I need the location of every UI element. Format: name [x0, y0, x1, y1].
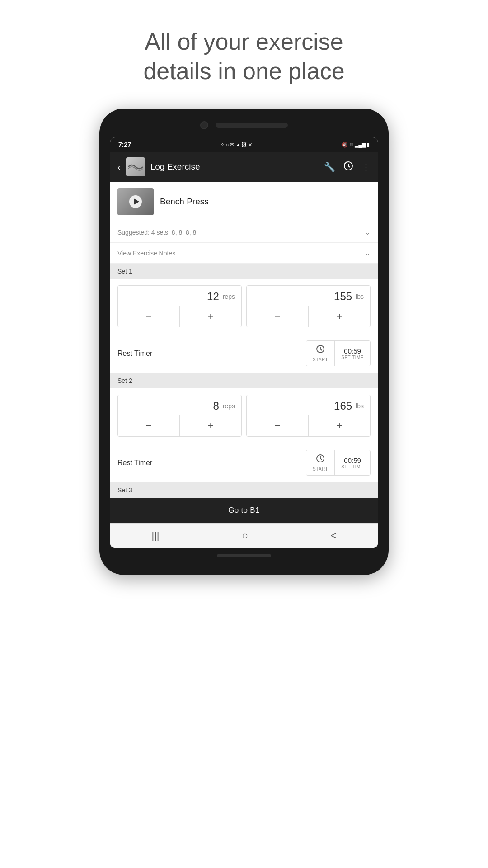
- timer1-start-label: START: [313, 357, 328, 362]
- set2-weight-controls: − +: [247, 415, 370, 436]
- set1-reps-value-row: 12 reps: [118, 286, 241, 306]
- set2-weight-minus[interactable]: −: [247, 415, 308, 436]
- set1-weight-unit: lbs: [356, 293, 364, 300]
- set1-weight-group: 155 lbs − +: [246, 285, 371, 327]
- nav-home-icon[interactable]: ○: [242, 530, 248, 542]
- set2-weight-value: 165: [334, 400, 352, 412]
- set2-weight-plus[interactable]: +: [309, 415, 370, 436]
- back-button[interactable]: ‹: [117, 162, 121, 172]
- goto-b1-button[interactable]: Go to B1: [110, 498, 378, 523]
- set2-reps-controls: − +: [118, 415, 241, 436]
- set2-weight-unit: lbs: [356, 402, 364, 410]
- timer1-start-btn[interactable]: START: [306, 341, 335, 366]
- play-button[interactable]: [129, 195, 142, 208]
- rest-timer2-row: Rest Timer START 00:59 SET TIME: [110, 443, 378, 482]
- rest-timer2-label: Rest Timer: [117, 459, 152, 467]
- set1-weight-minus[interactable]: −: [247, 306, 308, 327]
- exercise-header: Bench Press: [110, 182, 378, 222]
- timer2-set-time-label: SET TIME: [341, 464, 364, 469]
- set1-reps-group: 12 reps − +: [117, 285, 242, 327]
- timer2-start-btn[interactable]: START: [306, 450, 335, 475]
- timer2-start-label: START: [313, 467, 328, 472]
- status-right-icons: 🔇 ≋ ▂▄▆ ▮: [342, 142, 370, 148]
- phone-camera: [200, 121, 208, 129]
- wrench-icon[interactable]: 🔧: [324, 161, 335, 172]
- set2-reps-group: 8 reps − +: [117, 395, 242, 437]
- timer1-set-time[interactable]: 00:59 SET TIME: [335, 341, 370, 366]
- timer2-set-time[interactable]: 00:59 SET TIME: [335, 450, 370, 475]
- set1-reps-controls: − +: [118, 306, 241, 327]
- set2-weight-value-row: 165 lbs: [247, 395, 370, 415]
- set1-weight-plus[interactable]: +: [309, 306, 370, 327]
- timer2-controls: START 00:59 SET TIME: [306, 450, 371, 476]
- app-bar-icons: 🔧 ⋮: [324, 161, 371, 173]
- set2-reps-unit: reps: [223, 402, 235, 410]
- suggested-text: Suggested: 4 sets: 8, 8, 8, 8: [117, 229, 196, 236]
- set2-reps-minus[interactable]: −: [118, 415, 179, 436]
- app-bar: ‹ Log Exercise 🔧: [110, 152, 378, 182]
- status-time: 7:27: [118, 141, 131, 148]
- view-notes-row[interactable]: View Exercise Notes ⌄: [110, 243, 378, 264]
- status-bar: 7:27 ⁘ ○ ✉ ▲ 🖼 ✕ 🔇 ≋ ▂▄▆ ▮: [110, 137, 378, 152]
- timer2-time-value: 00:59: [344, 457, 361, 464]
- phone-bottom-indicator: [217, 554, 271, 557]
- rest-timer1-row: Rest Timer START 00:59 SET TIME: [110, 334, 378, 373]
- exercise-name: Bench Press: [160, 197, 209, 207]
- phone-screen: 7:27 ⁘ ○ ✉ ▲ 🖼 ✕ 🔇 ≋ ▂▄▆ ▮ ‹ Log Exercis…: [110, 137, 378, 548]
- history-icon[interactable]: [343, 161, 353, 173]
- app-title: Log Exercise: [150, 162, 319, 172]
- timer1-set-time-label: SET TIME: [341, 355, 364, 360]
- exercise-thumbnail[interactable]: [117, 188, 154, 215]
- status-icons: ⁘ ○ ✉ ▲ 🖼 ✕: [221, 142, 253, 148]
- set2-reps-plus[interactable]: +: [180, 415, 241, 436]
- set2-weight-group: 165 lbs − +: [246, 395, 371, 437]
- set1-content: 12 reps − + 155 lbs: [110, 279, 378, 334]
- nav-bar: ||| ○ <: [110, 523, 378, 548]
- more-icon[interactable]: ⋮: [361, 161, 371, 172]
- set3-header: Set 3: [110, 482, 378, 498]
- set2-reps-value-row: 8 reps: [118, 395, 241, 415]
- phone-speaker: [216, 123, 288, 128]
- set1-weight-controls: − +: [247, 306, 370, 327]
- set1-header: Set 1: [110, 264, 378, 279]
- set2-header: Set 2: [110, 373, 378, 388]
- notes-chevron: ⌄: [365, 249, 371, 257]
- nav-back-icon[interactable]: <: [331, 530, 337, 542]
- set2-reps-value: 8: [213, 400, 219, 412]
- view-notes-text: View Exercise Notes: [117, 250, 175, 257]
- suggested-row[interactable]: Suggested: 4 sets: 8, 8, 8, 8 ⌄: [110, 222, 378, 243]
- set1-weight-value: 155: [334, 290, 352, 303]
- timer1-clock-icon: [316, 344, 325, 356]
- set1-reps-unit: reps: [223, 293, 235, 300]
- nav-menu-icon[interactable]: |||: [151, 530, 159, 542]
- suggested-chevron: ⌄: [365, 228, 371, 236]
- set1-reps-plus[interactable]: +: [180, 306, 241, 327]
- timer1-time-value: 00:59: [344, 347, 361, 355]
- set2-inputs: 8 reps − + 165 lbs: [117, 395, 371, 437]
- tagline: All of your exercise details in one plac…: [107, 27, 380, 86]
- set1-reps-value: 12: [207, 290, 219, 303]
- logo-image: [126, 157, 145, 176]
- timer2-clock-icon: [316, 454, 325, 465]
- app-logo: [126, 157, 145, 176]
- set1-inputs: 12 reps − + 155 lbs: [117, 285, 371, 327]
- phone-shell: 7:27 ⁘ ○ ✉ ▲ 🖼 ✕ 🔇 ≋ ▂▄▆ ▮ ‹ Log Exercis…: [99, 108, 389, 575]
- set1-reps-minus[interactable]: −: [118, 306, 179, 327]
- set2-content: 8 reps − + 165 lbs: [110, 388, 378, 443]
- set1-weight-value-row: 155 lbs: [247, 286, 370, 306]
- rest-timer1-label: Rest Timer: [117, 349, 152, 358]
- timer1-controls: START 00:59 SET TIME: [306, 340, 371, 366]
